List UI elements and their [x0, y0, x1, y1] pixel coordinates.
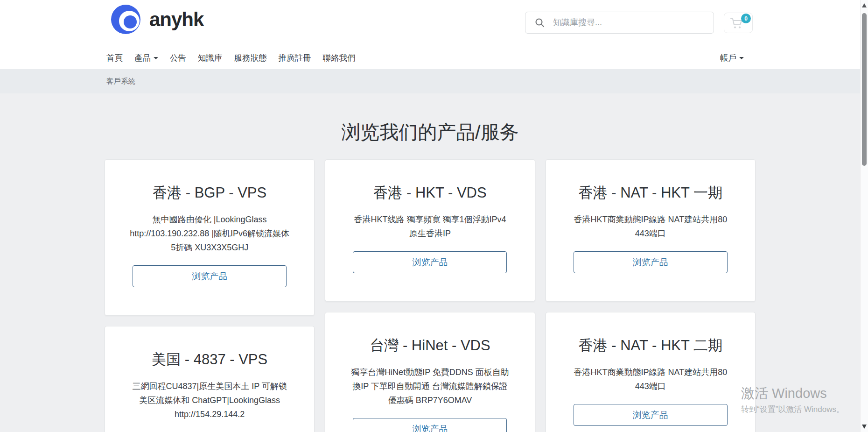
browse-product-button[interactable]: 浏览产品 [353, 251, 507, 273]
product-grid: 香港 - BGP - VPS 無中國路由優化 |LookingGlass htt… [105, 159, 756, 432]
chevron-down-icon [154, 57, 158, 59]
product-card-us-4837-vps: 美国 - 4837 - VPS 三網回程CU4837|原生美国本土 IP 可解锁… [105, 326, 315, 432]
browse-product-button[interactable]: 浏览产品 [574, 251, 728, 273]
product-column-3: 香港 - NAT - HKT 一期 香港HKT商業動態IP線路 NAT建站共用8… [546, 159, 756, 432]
product-description: 無中國路由優化 |LookingGlass http://103.190.232… [130, 212, 289, 255]
page-title: 浏览我们的产品/服务 [0, 120, 860, 145]
breadcrumb: 客戶系統 [106, 69, 135, 93]
cart-button[interactable]: 0 [724, 13, 753, 33]
main-content: 浏览我们的产品/服务 香港 - BGP - VPS 無中國路由優化 |Looki… [0, 93, 860, 432]
nav-account[interactable]: 帳戶 [720, 47, 744, 69]
nav-announcements[interactable]: 公告 [170, 52, 186, 64]
nav-products[interactable]: 產品 [134, 52, 158, 64]
anyhk-logo-icon [111, 5, 141, 35]
browse-product-button[interactable]: 浏览产品 [133, 265, 287, 287]
scrollbar-down-arrow-icon[interactable] [862, 425, 867, 429]
nav-service-status[interactable]: 服務狀態 [234, 52, 267, 64]
browse-product-button[interactable]: 浏览产品 [353, 418, 507, 432]
product-description: 香港HKT商業動態IP線路 NAT建站共用80 443端口 [571, 212, 730, 241]
product-description: 香港HKT商業動態IP線路 NAT建站共用80 443端口 [571, 365, 730, 393]
cart-count-badge: 0 [741, 14, 751, 23]
product-description: 香港HKT线路 獨享頻寬 獨享1個浮動IPv4 原生香港IP [350, 212, 510, 241]
product-title: 香港 - BGP - VPS [117, 184, 302, 201]
product-description: 獨享台灣HiNet動態IP 免費DDNS 面板自助換IP 下單即自動開通 台灣流… [350, 365, 510, 407]
product-column-1: 香港 - BGP - VPS 無中國路由優化 |LookingGlass htt… [105, 159, 315, 432]
search-icon [535, 18, 545, 28]
chevron-down-icon [739, 57, 744, 59]
page: anyhk 0 首頁 產品 公告 知識庫 服務狀態 推廣註冊 聯絡我們 [0, 0, 860, 432]
search-input[interactable] [553, 18, 702, 28]
product-description: 三網回程CU4837|原生美国本土 IP 可解锁美区流媒体和 ChatGPT|L… [130, 379, 289, 421]
breadcrumb-bar: 客戶系統 [0, 69, 860, 93]
brand-name: anyhk [149, 8, 203, 31]
product-title: 香港 - HKT - VDS [337, 184, 522, 201]
product-card-hk-bgp-vps: 香港 - BGP - VPS 無中國路由優化 |LookingGlass htt… [105, 159, 315, 316]
nav-affiliate-register[interactable]: 推廣註冊 [279, 52, 311, 64]
scrollbar-up-arrow-icon[interactable] [862, 3, 867, 7]
nav-home[interactable]: 首頁 [106, 52, 123, 64]
main-nav: 首頁 產品 公告 知識庫 服務狀態 推廣註冊 聯絡我們 [106, 47, 356, 69]
browse-product-button[interactable]: 浏览产品 [574, 404, 728, 426]
nav-knowledgebase[interactable]: 知識庫 [198, 52, 223, 64]
knowledgebase-search [525, 12, 714, 34]
product-card-hk-nat-hkt-2: 香港 - NAT - HKT 二期 香港HKT商業動態IP線路 NAT建站共用8… [546, 312, 756, 432]
product-card-hk-hkt-vds: 香港 - HKT - VDS 香港HKT线路 獨享頻寬 獨享1個浮動IPv4 原… [325, 159, 535, 302]
product-title: 香港 - NAT - HKT 一期 [558, 184, 743, 201]
product-title: 香港 - NAT - HKT 二期 [558, 337, 743, 354]
brand-logo[interactable]: anyhk [111, 5, 203, 35]
nav-contact-us[interactable]: 聯絡我們 [323, 52, 356, 64]
vertical-scrollbar [860, 0, 868, 432]
scrollbar-thumb[interactable] [862, 13, 867, 166]
product-card-tw-hinet-vds: 台灣 - HiNet - VDS 獨享台灣HiNet動態IP 免費DDNS 面板… [325, 312, 535, 432]
header: anyhk 0 首頁 產品 公告 知識庫 服務狀態 推廣註冊 聯絡我們 [0, 0, 860, 69]
product-column-2: 香港 - HKT - VDS 香港HKT线路 獨享頻寬 獨享1個浮動IPv4 原… [325, 159, 535, 432]
product-title: 台灣 - HiNet - VDS [337, 337, 522, 354]
product-title: 美国 - 4837 - VPS [117, 351, 302, 368]
product-card-hk-nat-hkt-1: 香港 - NAT - HKT 一期 香港HKT商業動態IP線路 NAT建站共用8… [546, 159, 756, 302]
